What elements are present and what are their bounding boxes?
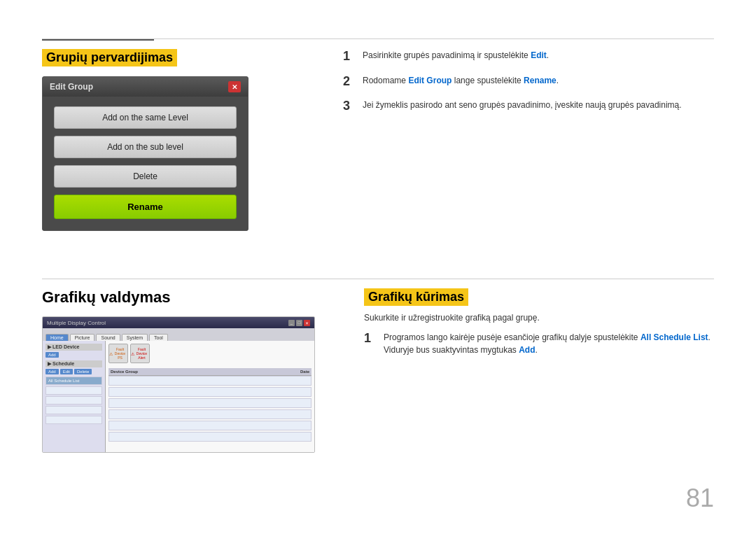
schedule-label: ▶ Schedule [46,360,102,367]
step-list-grafiku: 1 Programos lango kairėje pusėje esančio… [364,331,714,356]
grafiku-step-text-1: Programos lango kairėje pusėje esančioje… [384,331,714,356]
step-list-rename: 1 Pasirinkite grupės pavadinimą ir spust… [343,49,714,114]
add-sub-level-button[interactable]: Add on the sub level [54,136,237,158]
step-num-2: 2 [343,74,356,90]
schedule-row-4 [46,416,102,424]
schedule-row-2 [46,396,102,405]
mdc-title-text: Multiple Display Control [47,320,106,326]
section-grafiku-kurimas-heading: Grafikų kūrimas [364,288,468,306]
step-3: 3 Jei žymeklis pasirodo ant seno grupės … [343,99,714,114]
table-row-4 [108,409,312,419]
schedule-row-3 [46,406,102,414]
mdc-left-panel: ▶ LED Device Add ▶ Schedule Add Edit Del… [43,341,106,452]
icon-fault-device-alert: ⚠Fault DeviceAlert [130,344,150,363]
mdc-win-buttons: _ □ ✕ [288,320,310,326]
dialog-body: Add on the same Level Add on the sub lev… [43,97,248,230]
mdc-screenshot: Multiple Display Control _ □ ✕ Home Pict… [42,316,315,453]
top-rule [42,38,714,39]
edit-group-dialog: Edit Group ✕ Add on the same Level Add o… [42,76,248,231]
step-num-3: 3 [343,99,356,114]
col-date: Date [300,370,309,374]
tab-sound: Sound [96,334,120,341]
mid-rule [42,279,714,279]
tab-system: System [122,334,148,341]
step1-link-edit: Edit [531,50,547,60]
mdc-close-btn: ✕ [304,320,310,326]
section-grafiku-valdymas: Grafikų valdymas Multiple Display Contro… [42,288,336,453]
dialog-title: Edit Group [50,82,93,92]
step2-link-rename: Rename [524,76,556,85]
grafiku-kurimas-desc: Sukurkite ir užregistruokite grafiką pag… [364,313,714,323]
dialog-titlebar: Edit Group ✕ [43,77,248,97]
grafiku-step1-link1: All Schedule List [640,332,708,342]
mdc-table-header: Device Group Date [108,368,312,376]
step2-link-editgroup: Edit Group [408,76,451,85]
table-row-2 [108,387,312,397]
grafiku-step1-link2: Add [519,345,535,355]
add-same-level-button[interactable]: Add on the same Level [54,106,237,129]
mdc-titlebar: Multiple Display Control _ □ ✕ [43,317,314,328]
step-num-1: 1 [343,49,356,64]
mdc-minimize-btn: _ [288,320,295,326]
mdc-icons-row: ⚠Fault DevicePS ⚠Fault DeviceAlert [108,344,312,365]
schedule-row-1 [46,386,102,395]
mdc-content: ▶ LED Device Add ▶ Schedule Add Edit Del… [43,341,314,452]
page-container: Grupių pervardijimas Edit Group ✕ Add on… [0,0,756,534]
step-text-3: Jei žymeklis pasirodo ant seno grupės pa… [363,99,682,114]
table-row-5 [108,421,312,430]
all-schedule-list-row: All Schedule List [46,377,102,385]
table-row-6 [108,432,312,442]
sched-edit-btn: Edit [60,369,73,374]
step-text-1: Pasirinkite grupės pavadinimą ir spustel… [363,49,549,64]
section-grafiku-kurimas: Grafikų kūrimas Sukurkite ir užregistruo… [364,288,714,366]
table-row-3 [108,398,312,408]
sched-add-btn: Add [46,369,59,374]
tab-picture: Picture [70,334,95,341]
grafiku-step-num-1: 1 [364,331,377,356]
page-number: 81 [686,484,714,513]
grafiku-step-1: 1 Programos lango kairėje pusėje esančio… [364,331,714,356]
step-1: 1 Pasirinkite grupės pavadinimą ir spust… [343,49,714,64]
step-2: 2 Rodomame Edit Group lange spustelėkite… [343,74,714,90]
section-rename-steps: 1 Pasirinkite grupės pavadinimą ir spust… [343,49,714,124]
mdc-tabs: Home Picture Sound System Tool [43,328,314,341]
mdc-right-panel: ⚠Fault DevicePS ⚠Fault DeviceAlert Devic… [106,341,314,452]
rename-button[interactable]: Rename [54,195,237,219]
mdc-window: Multiple Display Control _ □ ✕ Home Pict… [43,317,314,452]
step-text-2: Rodomame Edit Group lange spustelėkite R… [363,74,559,90]
mdc-maximize-btn: □ [296,320,302,326]
tab-tool: Tool [149,334,168,341]
led-device-label: ▶ LED Device [46,344,102,351]
section-grafiku-heading: Grafikų valdymas [42,288,170,306]
col-device-group: Device Group [111,370,138,374]
sched-del-btn: Delete [74,369,92,374]
tab-home: Home [46,334,69,341]
table-row-1 [108,376,312,386]
dialog-close-button[interactable]: ✕ [228,81,241,92]
section-rename-groups: Grupių pervardijimas Edit Group ✕ Add on… [42,49,308,231]
section-rename-heading: Grupių pervardijimas [42,49,177,66]
led-add-btn: Add [46,352,59,358]
delete-button[interactable]: Delete [54,165,237,188]
icon-fault-device-ps: ⚠Fault DevicePS [108,344,128,363]
